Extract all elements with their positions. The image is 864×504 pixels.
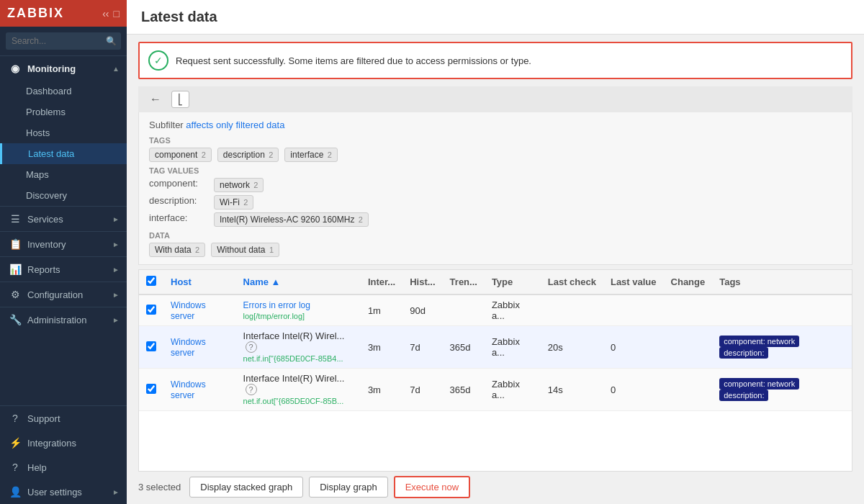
row3-interval: 3m [361, 369, 402, 411]
integrations-icon: ⚡ [9, 437, 22, 449]
row3-checkbox[interactable] [146, 384, 156, 394]
services-arrow: ► [112, 215, 120, 223]
sidebar-item-latest-data[interactable]: Latest data [0, 143, 127, 164]
row3-last-value: 0 [603, 369, 664, 411]
sidebar-header: ZABBIX ‹‹ □ [0, 0, 127, 27]
user-settings-label: User settings [27, 487, 82, 498]
search-input[interactable] [6, 32, 121, 50]
display-graph-button[interactable]: Display graph [309, 477, 388, 498]
col-history: Hist... [402, 270, 442, 294]
row1-host: Windows server [163, 294, 236, 326]
configuration-arrow: ► [112, 291, 120, 299]
with-data-badge[interactable]: With data 2 [149, 243, 205, 257]
filter-toolbar: ← ⎣ [138, 86, 852, 112]
row2-name-sub-link[interactable]: net.if.in["{685DE0CF-85B4... [243, 354, 343, 363]
configuration-icon: ⚙ [9, 289, 22, 300]
sidebar-item-problems[interactable]: Problems [0, 102, 127, 122]
select-all-cell[interactable] [139, 270, 163, 294]
sidebar-item-user-settings[interactable]: 👤 User settings ► [0, 480, 127, 504]
administration-label: Administration [27, 315, 86, 325]
display-stacked-graph-button[interactable]: Display stacked graph [189, 477, 303, 498]
bottom-bar: 3 selected Display stacked graph Display… [138, 476, 852, 498]
sidebar-item-services[interactable]: ☰ Services ► [0, 207, 127, 231]
col-host[interactable]: Host [163, 270, 236, 294]
help-label: Help [27, 462, 47, 473]
support-icon: ? [9, 413, 22, 424]
row2-host-link[interactable]: Windows server [171, 337, 206, 358]
subfilter-link[interactable]: affects only filtered data [186, 120, 284, 130]
collapse-icon[interactable]: ‹‹ [102, 8, 109, 19]
row1-name-sub-link[interactable]: log[/tmp/error.log] [243, 312, 305, 320]
row3-host-link[interactable]: Windows server [171, 379, 206, 400]
row2-change [664, 326, 713, 369]
without-data-badge[interactable]: Without data 1 [211, 243, 279, 257]
sidebar-item-hosts[interactable]: Hosts [0, 122, 127, 143]
tag-component[interactable]: component 2 [149, 148, 212, 162]
reports-icon: 📊 [9, 264, 22, 275]
row1-tags [712, 294, 852, 326]
monitoring-icon: ◉ [9, 63, 22, 74]
sidebar-item-help[interactable]: ? Help [0, 455, 127, 480]
tag-description-key: description: [149, 195, 214, 206]
row2-checkbox[interactable] [146, 341, 156, 351]
sidebar-item-configuration[interactable]: ⚙ Configuration ► [0, 282, 127, 307]
tags-section-label: TAGS [149, 136, 842, 145]
user-settings-arrow: ► [112, 488, 120, 496]
tag-network[interactable]: network 2 [214, 178, 264, 192]
row3-last-check: 14s [541, 369, 603, 411]
host-sort-link[interactable]: Host [171, 276, 192, 287]
row2-help-icon[interactable]: ? [246, 341, 257, 353]
tag-wifi[interactable]: Wi-Fi 2 [214, 195, 253, 210]
tag-interface[interactable]: interface 2 [284, 148, 337, 162]
row1-name: Errors in error log log[/tmp/error.log] [236, 294, 361, 326]
tag-component-values: network 2 [214, 178, 264, 192]
help-icon: ? [9, 462, 22, 473]
tag-intel-wireless[interactable]: Intel(R) Wireless-AC 9260 160MHz 2 [214, 212, 369, 227]
sidebar-item-dashboard[interactable]: Dashboard [0, 81, 127, 102]
name-sort-link[interactable]: Name ▲ [243, 276, 281, 287]
support-label: Support [27, 413, 60, 424]
expand-icon[interactable]: □ [114, 8, 120, 19]
row1-trend [443, 294, 485, 326]
select-all-checkbox[interactable] [146, 276, 156, 286]
tag-interface-values: Intel(R) Wireless-AC 9260 160MHz 2 [214, 212, 369, 227]
row3-type: Zabbix a... [485, 369, 541, 411]
row3-name-sub-link[interactable]: net.if.out["{685DE0CF-85B... [243, 397, 344, 405]
sidebar-item-integrations[interactable]: ⚡ Integrations [0, 431, 127, 455]
sidebar-item-reports[interactable]: 📊 Reports ► [0, 257, 127, 282]
execute-now-button[interactable]: Execute now [394, 476, 470, 498]
reports-section: 📊 Reports ► [0, 256, 127, 282]
tag-description[interactable]: description 2 [217, 148, 279, 162]
row3-tag-2: description: [719, 390, 768, 401]
tag-interface-key: interface: [149, 212, 214, 223]
row1-checkbox[interactable] [146, 305, 156, 315]
row2-check[interactable] [139, 326, 163, 369]
table-row: Windows server Interface Intel(R) Wirel.… [139, 369, 852, 411]
back-button[interactable]: ← [145, 91, 166, 107]
row1-type: Zabbix a... [485, 294, 541, 326]
row1-name-link[interactable]: Errors in error log [243, 300, 310, 310]
col-name[interactable]: Name ▲ [236, 270, 361, 294]
row3-trend: 365d [443, 369, 485, 411]
row2-type: Zabbix a... [485, 326, 541, 369]
sidebar-item-maps[interactable]: Maps [0, 164, 127, 185]
tag-values-section-label: TAG VALUES [149, 166, 842, 175]
sidebar-item-inventory[interactable]: 📋 Inventory ► [0, 232, 127, 256]
sidebar-item-support[interactable]: ? Support [0, 406, 127, 431]
row1-check[interactable] [139, 294, 163, 326]
row3-help-icon[interactable]: ? [246, 384, 257, 395]
sidebar-item-monitoring[interactable]: ◉ Monitoring ▲ [0, 56, 127, 81]
monitoring-label: Monitoring [27, 63, 76, 74]
sidebar-item-discovery[interactable]: Discovery [0, 185, 127, 206]
row3-check[interactable] [139, 369, 163, 411]
subfilter-text: Subfilter [149, 120, 186, 130]
filter-button[interactable]: ⎣ [171, 91, 189, 108]
sidebar-item-administration[interactable]: 🔧 Administration ► [0, 307, 127, 332]
row2-tag-2: description: [719, 347, 768, 359]
row2-name-text: Interface Intel(R) Wirel... [243, 330, 345, 341]
col-last-check: Last check [541, 270, 603, 294]
configuration-label: Configuration [27, 289, 83, 300]
row1-host-link[interactable]: Windows server [171, 300, 206, 321]
col-type: Type [485, 270, 541, 294]
row2-name: Interface Intel(R) Wirel... ? net.if.in[… [236, 326, 361, 369]
